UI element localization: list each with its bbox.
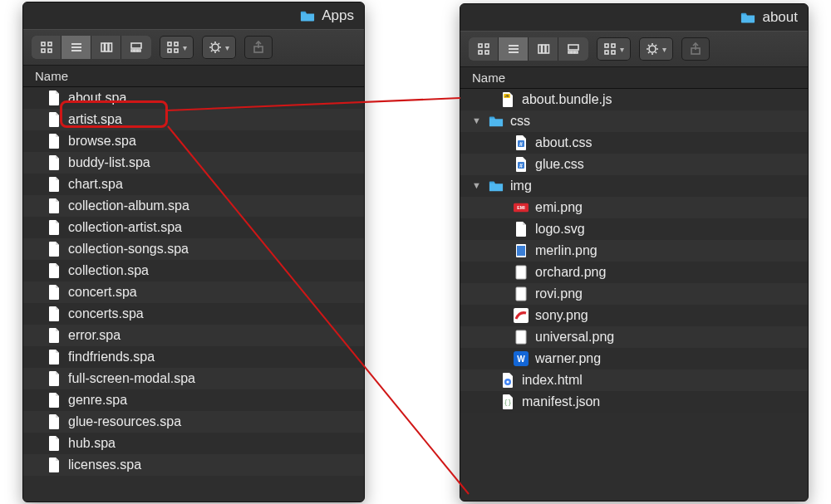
list-item[interactable]: collection-artist.spa	[23, 217, 364, 238]
list-item[interactable]: genre.spa	[23, 389, 364, 411]
file-list[interactable]: JSabout.bundle.js▼css#about.css#glue.css…	[460, 89, 808, 501]
doc-icon	[47, 133, 61, 149]
list-item[interactable]: ▼css	[460, 110, 808, 132]
view-gallery-button[interactable]	[121, 36, 151, 59]
arrange-button[interactable]: ▾	[597, 37, 631, 61]
file-name: sony.png	[535, 308, 588, 323]
share-button[interactable]	[244, 36, 273, 59]
disclosure-triangle-icon[interactable]: ▼	[472, 180, 482, 190]
list-item[interactable]: ▼img	[460, 175, 808, 197]
list-item[interactable]: EMIemi.png	[460, 197, 808, 218]
list-item[interactable]: rovi.png	[460, 283, 808, 305]
svg-rect-30	[485, 44, 489, 47]
svg-line-52	[648, 45, 650, 46]
doc-icon	[47, 392, 61, 409]
disclosure-triangle-icon[interactable]: ▼	[472, 115, 482, 125]
list-item[interactable]: collection-songs.spa	[23, 238, 364, 260]
list-item[interactable]: JSabout.bundle.js	[460, 89, 808, 110]
arrange-button[interactable]: ▾	[160, 36, 194, 59]
list-item[interactable]: universal.png	[460, 326, 808, 348]
list-item[interactable]: orchard.png	[460, 262, 808, 283]
column-header[interactable]: Name	[23, 66, 364, 87]
list-item[interactable]: concert.spa	[23, 281, 364, 303]
warner-icon: W	[514, 350, 529, 367]
list-item[interactable]: logo.svg	[460, 218, 808, 240]
file-name: logo.svg	[535, 222, 585, 237]
chevron-down-icon: ▾	[183, 43, 187, 52]
img-white-icon	[514, 286, 529, 302]
view-gallery-button[interactable]	[558, 37, 588, 61]
list-item[interactable]: #about.css	[460, 132, 808, 154]
list-item[interactable]: licenses.spa	[23, 454, 364, 476]
doc-icon	[47, 349, 61, 365]
svg-rect-69	[516, 287, 526, 301]
file-name: buddy-list.spa	[68, 155, 150, 170]
doc-icon	[47, 241, 61, 257]
file-list[interactable]: about.spaartist.spabrowse.spabuddy-list.…	[23, 87, 364, 502]
list-item[interactable]: findfriends.spa	[23, 346, 364, 368]
folder-icon	[489, 113, 504, 130]
action-button[interactable]: ▾	[639, 37, 673, 61]
view-columns-button[interactable]	[529, 37, 558, 61]
svg-rect-44	[612, 44, 615, 47]
doc-icon	[47, 327, 61, 344]
action-button[interactable]: ▾	[202, 36, 236, 59]
svg-rect-13	[138, 50, 140, 51]
svg-rect-67	[517, 246, 525, 256]
svg-rect-10	[131, 43, 141, 48]
list-item[interactable]: collection-album.spa	[23, 195, 364, 217]
file-name: glue-resources.spa	[68, 414, 181, 429]
list-item[interactable]: sony.png	[460, 305, 808, 326]
file-name: index.html	[522, 373, 583, 388]
view-icons-button[interactable]	[469, 37, 499, 61]
list-item[interactable]: hub.spa	[23, 433, 364, 454]
chevron-down-icon: ▾	[225, 43, 229, 52]
svg-rect-17	[175, 49, 178, 52]
svg-rect-37	[542, 45, 545, 53]
finder-window-about: about ▾ ▾ Name JSabout.bundle.	[460, 3, 809, 502]
list-item[interactable]: index.html	[460, 369, 808, 391]
img-white-icon	[514, 329, 529, 345]
img-blue-icon	[514, 242, 529, 259]
list-item[interactable]: glue-resources.spa	[23, 411, 364, 433]
list-item[interactable]: collection.spa	[23, 260, 364, 281]
emi-icon: EMI	[514, 199, 529, 216]
file-name: findfriends.spa	[68, 350, 155, 365]
view-list-button[interactable]	[61, 36, 91, 59]
svg-text:EMI: EMI	[517, 205, 525, 210]
titlebar[interactable]: Apps	[23, 2, 364, 29]
svg-rect-45	[605, 51, 608, 54]
column-header[interactable]: Name	[460, 67, 808, 89]
titlebar[interactable]: about	[460, 4, 808, 31]
list-item[interactable]: error.spa	[23, 325, 364, 346]
list-item[interactable]: artist.spa	[23, 109, 364, 130]
list-item[interactable]: {}manifest.json	[460, 391, 808, 413]
list-item[interactable]: merlin.png	[460, 240, 808, 262]
svg-rect-70	[514, 308, 529, 323]
list-item[interactable]: browse.spa	[23, 130, 364, 152]
list-item[interactable]: #glue.css	[460, 154, 808, 175]
svg-point-18	[212, 44, 219, 51]
chevron-down-icon: ▾	[662, 45, 666, 54]
svg-line-53	[656, 52, 657, 54]
toolbar: ▾ ▾	[23, 29, 364, 66]
list-item[interactable]: buddy-list.spa	[23, 152, 364, 174]
file-name: hub.spa	[68, 436, 116, 451]
view-list-button[interactable]	[499, 37, 529, 61]
list-item[interactable]: chart.spa	[23, 174, 364, 195]
view-icons-button[interactable]	[32, 36, 61, 59]
view-columns-button[interactable]	[91, 36, 121, 59]
view-mode-group	[32, 36, 151, 59]
list-item[interactable]: about.spa	[23, 87, 364, 109]
doc-icon	[47, 111, 61, 128]
share-button[interactable]	[681, 37, 710, 61]
svg-point-75	[506, 380, 509, 383]
svg-line-23	[211, 43, 213, 45]
list-item[interactable]: full-screen-modal.spa	[23, 368, 364, 389]
list-item[interactable]: concerts.spa	[23, 303, 364, 325]
chrome-icon	[500, 372, 515, 389]
svg-rect-38	[546, 45, 549, 53]
file-name: about.spa	[68, 91, 126, 105]
list-item[interactable]: Wwarner.png	[460, 348, 808, 369]
svg-rect-46	[612, 51, 615, 54]
